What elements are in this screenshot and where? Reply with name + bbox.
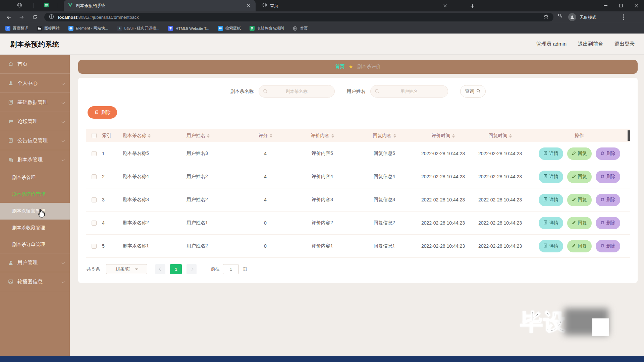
detail-button[interactable]: 详情: [539, 217, 563, 229]
sidebar-item-carousel[interactable]: 轮播图信息: [0, 272, 70, 291]
browser-tab-2[interactable]: 首页: [258, 0, 452, 11]
browser-tab-active[interactable]: 剧本杀预约系统: [64, 0, 256, 11]
window-controls: [598, 0, 644, 11]
col-reply[interactable]: 回复内容: [354, 133, 415, 139]
submenu-jubensha-favorite[interactable]: 剧本杀收藏管理: [0, 220, 70, 236]
user-name-input[interactable]: [370, 85, 448, 98]
window-maximize-button[interactable]: [613, 0, 629, 11]
sort-icon[interactable]: [331, 134, 334, 138]
sidebar-item-basedata[interactable]: 基础数据管理: [0, 93, 70, 112]
select-all-checkbox[interactable]: [92, 133, 97, 138]
sort-icon[interactable]: [509, 134, 512, 138]
cell-name: 剧本杀名称5: [123, 150, 186, 157]
sort-icon[interactable]: [452, 134, 455, 138]
sheet-icon: [44, 3, 49, 9]
url-host: localhost: [58, 15, 77, 20]
reply-button[interactable]: 回复: [567, 240, 592, 252]
detail-button[interactable]: 详情: [539, 171, 563, 183]
row-checkbox[interactable]: [92, 174, 97, 179]
col-name[interactable]: 剧本杀名称: [123, 133, 186, 139]
bookmark-item[interactable]: 搜索壁纸: [218, 26, 241, 31]
window-close-button[interactable]: [629, 0, 644, 11]
home-icon: [8, 61, 13, 67]
forward-icon[interactable]: [18, 14, 25, 20]
script-name-input[interactable]: [259, 85, 335, 98]
detail-button[interactable]: 详情: [539, 147, 563, 160]
prev-page-button[interactable]: [155, 264, 165, 274]
sidebar-item-forum[interactable]: 论坛管理: [0, 112, 70, 131]
bookmark-item[interactable]: Layui - 经典开源模...: [117, 26, 160, 31]
new-tab-button[interactable]: [468, 2, 476, 10]
back-icon[interactable]: [5, 14, 12, 20]
cell-user: 用户姓名3: [186, 150, 240, 157]
logout-link[interactable]: 退出登录: [614, 41, 635, 47]
reply-button[interactable]: 回复: [567, 171, 592, 183]
reload-icon[interactable]: [32, 14, 38, 20]
delete-button[interactable]: 删除: [596, 217, 620, 229]
bookmark-item[interactable]: 表结构命名规则: [250, 26, 284, 31]
reply-button[interactable]: 回复: [567, 217, 592, 229]
reply-button[interactable]: 回复: [567, 194, 592, 206]
cell-etime: 2022-02-28 10:44:23: [415, 197, 472, 202]
col-etime[interactable]: 评价时间: [415, 133, 472, 139]
sidebar-item-notice[interactable]: 公告信息管理: [0, 131, 70, 150]
tab-close-icon[interactable]: [246, 3, 252, 9]
submenu-jubensha-manage[interactable]: 剧本杀管理: [0, 169, 70, 186]
goto-page-input[interactable]: [223, 264, 239, 274]
browser-tab-pinned[interactable]: [39, 2, 54, 9]
cell-name: 剧本杀名称2: [123, 220, 186, 226]
sort-icon[interactable]: [393, 134, 396, 138]
sort-icon[interactable]: [207, 134, 210, 138]
submenu-jubensha-message[interactable]: 剧本杀留言管理: [0, 203, 70, 220]
sidebar-item-users[interactable]: 用户管理: [0, 253, 70, 272]
bookmark-item[interactable]: 图标网站: [37, 26, 60, 31]
logout-front-link[interactable]: 退出到前台: [578, 41, 603, 47]
info-icon[interactable]: [49, 14, 54, 20]
cell-score: 0: [240, 243, 290, 249]
delete-button[interactable]: 删除: [596, 194, 620, 206]
reply-button[interactable]: 回复: [567, 147, 592, 160]
row-checkbox[interactable]: [92, 221, 97, 226]
sort-icon[interactable]: [270, 134, 272, 138]
browser-tab-mini[interactable]: [13, 2, 25, 9]
breadcrumb: 首页 ★ 剧本杀评价: [78, 60, 638, 74]
delete-button[interactable]: 删除: [596, 240, 620, 252]
detail-button[interactable]: 详情: [539, 194, 563, 206]
col-content[interactable]: 评价内容: [290, 133, 354, 139]
col-rtime[interactable]: 回复时间: [472, 133, 529, 139]
row-checkbox[interactable]: [92, 244, 97, 249]
key-icon[interactable]: [557, 13, 563, 19]
bookmark-item[interactable]: 首页: [292, 26, 308, 31]
page-size-select[interactable]: 10条/页: [106, 264, 147, 274]
menu-kebab-icon[interactable]: [623, 14, 624, 20]
bookmark-item[interactable]: Element - 网站快...: [68, 26, 108, 31]
window-minimize-button[interactable]: [598, 0, 613, 11]
sidebar-item-home[interactable]: 首页: [0, 55, 70, 74]
submenu-jubensha-order[interactable]: 剧本杀订单管理: [0, 236, 70, 253]
current-page-button[interactable]: 1: [170, 264, 182, 274]
delete-button[interactable]: 删除: [596, 147, 620, 160]
delete-button[interactable]: 删除: [596, 171, 620, 183]
tab-close-icon[interactable]: [442, 3, 448, 9]
sidebar-item-profile[interactable]: 个人中心: [0, 74, 70, 93]
query-button[interactable]: 查询: [460, 85, 486, 98]
breadcrumb-home[interactable]: 首页: [335, 64, 344, 70]
bookmark-item[interactable]: 百度翻译: [5, 26, 28, 31]
row-checkbox[interactable]: [92, 197, 97, 202]
url-bar[interactable]: localhost:8081/#/jubenshaCommentback: [44, 13, 553, 21]
bookmark-item[interactable]: HTML5 Website T...: [168, 26, 209, 31]
col-score[interactable]: 评分: [240, 133, 290, 139]
next-page-button[interactable]: [186, 264, 197, 274]
submenu-jubensha-comment[interactable]: 剧本杀评价管理: [0, 186, 70, 203]
browser-address-bar: localhost:8081/#/jubenshaCommentback 无痕模…: [0, 11, 644, 23]
bookmark-star-icon[interactable]: [543, 14, 549, 20]
sort-icon[interactable]: [148, 134, 151, 138]
detail-button[interactable]: 详情: [539, 240, 563, 252]
sidebar-item-jubensha[interactable]: 剧本杀管理: [0, 150, 70, 169]
col-index[interactable]: 索引: [102, 133, 123, 139]
url-text: localhost:8081/#/jubenshaCommentback: [58, 15, 139, 20]
row-checkbox[interactable]: [92, 151, 97, 156]
col-user[interactable]: 用户姓名: [186, 133, 240, 139]
batch-delete-button[interactable]: 删除: [88, 106, 117, 119]
profile-avatar[interactable]: [568, 13, 576, 21]
